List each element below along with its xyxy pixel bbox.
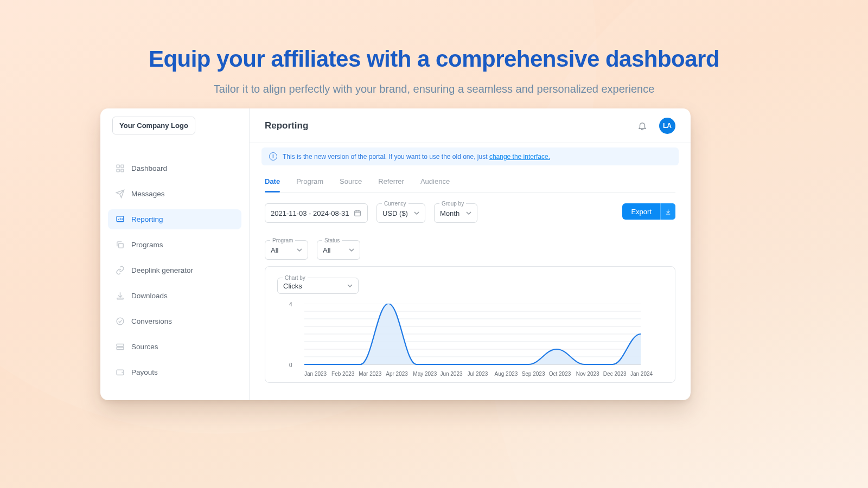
app-card: Your Company Logo Dashboard Messages Rep… [100, 108, 691, 400]
sidebar-nav: Dashboard Messages Reporting Programs De… [100, 143, 249, 388]
currency-value: USD ($) [382, 209, 408, 217]
sidebar-item-payouts[interactable]: Payouts [108, 362, 241, 382]
status-value: All [323, 246, 330, 254]
sources-icon [116, 342, 125, 351]
xtick: Jan 2024 [630, 371, 658, 377]
xtick: Feb 2023 [331, 371, 359, 377]
xtick: Jun 2023 [440, 371, 467, 377]
program-field[interactable]: Program All [265, 240, 308, 260]
sidebar-item-programs[interactable]: Programs [108, 235, 241, 255]
currency-field[interactable]: Currency USD ($) [376, 203, 425, 223]
tab-audience[interactable]: Audience [420, 177, 450, 192]
calendar-icon [354, 209, 361, 217]
send-icon [116, 189, 125, 198]
hero-title: Equip your affiliates with a comprehensi… [0, 46, 868, 72]
xtick: Dec 2023 [603, 371, 630, 377]
chartby-field[interactable]: Chart by Clicks [277, 278, 359, 294]
xtick: Sep 2023 [522, 371, 549, 377]
report-tabs: Date Program Source Referrer Audience [265, 177, 675, 192]
hero-subtitle: Tailor it to align perfectly with your b… [0, 83, 868, 95]
chartby-value: Clicks [283, 282, 302, 290]
chartby-label: Chart by [283, 275, 308, 281]
avatar[interactable]: LA [659, 118, 675, 134]
date-range-field[interactable]: 2021-11-03 - 2024-08-31 [265, 203, 368, 223]
sidebar-item-reporting[interactable]: Reporting [108, 209, 241, 229]
page-title: Reporting [265, 120, 308, 131]
chevron-down-icon [347, 283, 353, 288]
svg-rect-8 [117, 344, 124, 346]
clicks-chart [304, 304, 641, 369]
groupby-field[interactable]: Group by Month [434, 203, 477, 223]
topbar: Reporting LA [250, 108, 691, 143]
svg-rect-2 [117, 169, 119, 172]
tab-source[interactable]: Source [340, 177, 362, 192]
sidebar-item-dashboard[interactable]: Dashboard [108, 158, 241, 178]
ytick: 0 [289, 362, 292, 368]
svg-point-7 [117, 318, 124, 325]
tab-referrer[interactable]: Referrer [378, 177, 404, 192]
sidebar-item-label: Payouts [131, 368, 158, 376]
export-button[interactable]: Export [622, 203, 675, 220]
svg-rect-5 [119, 243, 124, 248]
banner-link[interactable]: change the interface. [489, 153, 550, 160]
chevron-down-icon [466, 210, 471, 216]
svg-rect-11 [354, 211, 360, 216]
svg-rect-1 [121, 165, 124, 168]
status-field[interactable]: Status All [317, 240, 360, 260]
grid-icon [116, 164, 125, 173]
sidebar-item-label: Sources [131, 343, 158, 351]
link-icon [116, 266, 125, 275]
sidebar-item-label: Reporting [131, 215, 163, 223]
xtick: Jul 2023 [467, 371, 494, 377]
svg-rect-0 [117, 165, 119, 168]
chevron-down-icon [414, 210, 419, 216]
xtick: Apr 2023 [386, 371, 413, 377]
sidebar-item-label: Conversions [131, 317, 172, 325]
download-icon [660, 203, 675, 220]
sidebar-item-label: Messages [131, 190, 165, 198]
company-logo: Your Company Logo [112, 117, 195, 134]
main-panel: Reporting LA i This is the new version o… [250, 108, 691, 400]
sidebar: Your Company Logo Dashboard Messages Rep… [100, 108, 250, 400]
export-label: Export [622, 203, 660, 220]
bell-icon[interactable] [637, 121, 647, 131]
info-banner: i This is the new version of the portal.… [261, 147, 679, 165]
chevron-down-icon [349, 247, 354, 253]
x-axis: Jan 2023Feb 2023Mar 2023Apr 2023May 2023… [304, 371, 658, 377]
date-range-value: 2021-11-03 - 2024-08-31 [271, 209, 349, 217]
chart-icon [116, 215, 125, 224]
sidebar-item-messages[interactable]: Messages [108, 184, 241, 204]
sidebar-item-label: Deeplink generator [131, 266, 193, 274]
sidebar-item-label: Programs [131, 241, 163, 249]
copy-icon [116, 240, 125, 249]
tab-date[interactable]: Date [265, 177, 280, 192]
program-value: All [271, 246, 278, 254]
chevron-down-icon [297, 247, 302, 253]
program-label: Program [270, 237, 295, 243]
download-icon [116, 291, 125, 300]
xtick: May 2023 [413, 371, 440, 377]
sidebar-item-downloads[interactable]: Downloads [108, 286, 241, 306]
svg-rect-3 [121, 169, 124, 172]
sidebar-item-sources[interactable]: Sources [108, 337, 241, 357]
xtick: Jan 2023 [304, 371, 331, 377]
wallet-icon [116, 368, 125, 377]
status-label: Status [322, 237, 342, 243]
sidebar-item-label: Dashboard [131, 164, 167, 172]
xtick: Aug 2023 [495, 371, 522, 377]
chart-area: 4 0 [277, 304, 663, 377]
banner-text: This is the new version of the portal. I… [283, 153, 550, 160]
info-icon: i [269, 152, 277, 160]
tab-program[interactable]: Program [296, 177, 323, 192]
xtick: Nov 2023 [576, 371, 603, 377]
groupby-value: Month [440, 209, 459, 217]
svg-rect-6 [117, 298, 123, 299]
sidebar-item-deeplink[interactable]: Deeplink generator [108, 260, 241, 280]
groupby-label: Group by [439, 201, 466, 207]
ytick: 4 [289, 301, 292, 307]
sidebar-item-label: Downloads [131, 292, 168, 300]
sidebar-item-conversions[interactable]: Conversions [108, 311, 241, 331]
svg-rect-9 [117, 347, 124, 349]
chart-card: Chart by Clicks 4 0 [265, 266, 675, 383]
xtick: Mar 2023 [359, 371, 386, 377]
